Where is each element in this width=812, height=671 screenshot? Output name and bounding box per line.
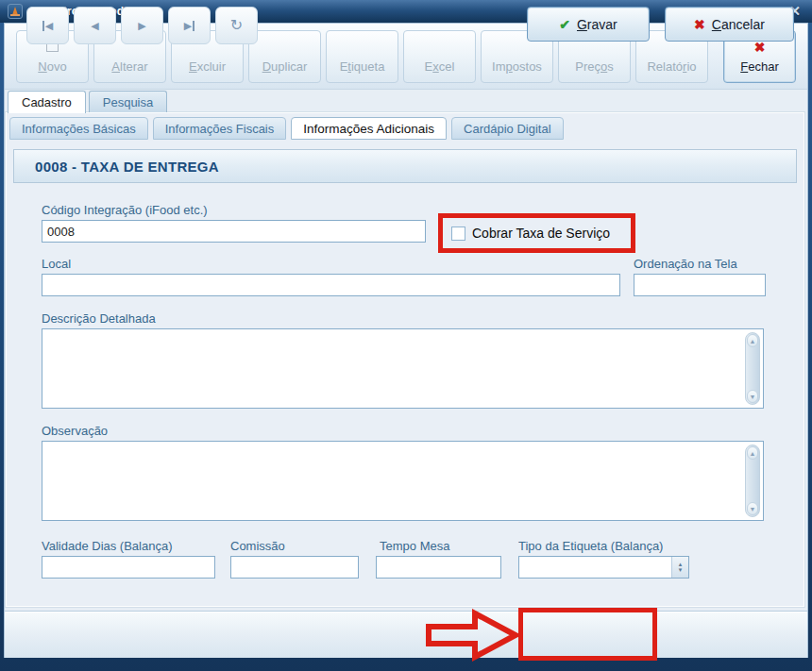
observacao-textarea[interactable]: [42, 442, 742, 520]
comissao-input[interactable]: [230, 556, 359, 579]
descricao-textarea[interactable]: [42, 329, 742, 408]
scroll-down-icon[interactable]: ▼: [747, 502, 758, 515]
tab-cadastro[interactable]: Cadastro: [8, 91, 86, 113]
tipo-etiqueta-label: Tipo da Etiqueta (Balança): [518, 539, 663, 553]
codigo-integracao-input[interactable]: [42, 220, 426, 243]
check-icon: ✔: [559, 17, 570, 32]
main-tabs: Cadastro Pesquisa: [8, 91, 167, 112]
first-record-icon: [42, 21, 44, 31]
nav-next-button[interactable]: ▶: [121, 7, 163, 44]
etiqueta-label: Etiqueta: [340, 59, 385, 74]
gravar-button[interactable]: ✔ Gravar: [527, 7, 650, 42]
comissao-label: Comissão: [230, 539, 285, 553]
nav-last-button[interactable]: ▶: [168, 7, 211, 44]
tab-pesquisa[interactable]: Pesquisa: [89, 91, 167, 112]
excel-label: Excel: [425, 59, 455, 74]
cancel-x-icon: ✖: [694, 17, 705, 32]
descricao-textarea-wrap: ▲ ▼: [42, 328, 764, 409]
duplicar-button[interactable]: Duplicar: [248, 30, 321, 83]
tipo-etiqueta-spinner[interactable]: ▲▼: [518, 556, 689, 579]
last-record-icon: [193, 21, 195, 31]
local-label: Local: [42, 257, 71, 271]
cancelar-button[interactable]: ✖ Cancelar: [665, 7, 794, 42]
fechar-label: Fechar: [740, 59, 778, 74]
validade-input[interactable]: [42, 556, 215, 579]
nav-prev-button[interactable]: ◀: [74, 7, 116, 44]
app-icon: [8, 4, 23, 19]
tempo-mesa-input[interactable]: [376, 556, 501, 579]
observacao-textarea-wrap: ▲ ▼: [42, 441, 764, 521]
sub-tabs: Informações Básicas Informações Fiscais …: [9, 117, 564, 140]
subtab-informacoes-fiscais[interactable]: Informações Fiscais: [153, 117, 287, 140]
next-record-icon: ▶: [138, 20, 145, 32]
alterar-label: Alterar: [111, 59, 147, 74]
scroll-up-icon[interactable]: ▲: [747, 334, 758, 347]
ordenacao-label: Ordenação na Tela: [634, 257, 737, 271]
product-registration-window: Cadastro de Produtos ✕ Novo Alterar Excl…: [0, 0, 812, 671]
subtab-cardapio-digital[interactable]: Cardápio Digital: [451, 117, 564, 140]
prev-record-icon: ◀: [91, 20, 98, 32]
observacao-label: Observação: [42, 424, 108, 438]
cobrar-taxa-label: Cobrar Taxa de Serviço: [472, 226, 610, 241]
subtab-informacoes-basicas[interactable]: Informações Básicas: [9, 117, 148, 140]
scroll-down-icon[interactable]: ▼: [747, 390, 758, 403]
descricao-scrollbar[interactable]: ▲ ▼: [745, 332, 760, 405]
bottom-bar: [5, 612, 807, 658]
descricao-label: Descrição Detalhada: [42, 311, 156, 326]
cancelar-label: Cancelar: [712, 17, 765, 32]
ordenacao-input[interactable]: [634, 274, 766, 296]
duplicar-label: Duplicar: [262, 59, 308, 74]
codigo-integracao-label: Código Integração (iFood etc.): [42, 203, 208, 217]
excluir-label: Excluir: [189, 59, 226, 74]
excel-button[interactable]: Excel: [403, 30, 476, 83]
product-header: 0008 - TAXA DE ENTREGA: [13, 149, 797, 183]
impostos-label: Impostos: [492, 59, 542, 74]
spinner-arrows-icon[interactable]: ▲▼: [671, 557, 688, 578]
cobrar-taxa-checkbox[interactable]: [451, 226, 465, 241]
product-title: 0008 - TAXA DE ENTREGA: [35, 159, 219, 175]
novo-label: Novo: [38, 59, 66, 74]
observacao-scrollbar[interactable]: ▲ ▼: [745, 445, 760, 517]
refresh-icon: ↻: [230, 18, 243, 33]
subtab-informacoes-adicionais[interactable]: Informações Adicionais: [291, 117, 447, 140]
scroll-up-icon[interactable]: ▲: [747, 446, 758, 460]
precos-label: Preços: [575, 59, 613, 74]
tempo-mesa-label: Tempo Mesa: [380, 539, 449, 553]
etiqueta-button[interactable]: Etiqueta: [326, 30, 398, 83]
relatorio-label: Relatório: [647, 59, 696, 74]
validade-label: Validade Dias (Balança): [42, 539, 173, 553]
nav-refresh-button[interactable]: ↻: [215, 7, 258, 44]
gravar-label: Gravar: [577, 17, 617, 32]
local-input[interactable]: [42, 274, 620, 296]
nav-first-button[interactable]: ◀: [26, 7, 69, 44]
